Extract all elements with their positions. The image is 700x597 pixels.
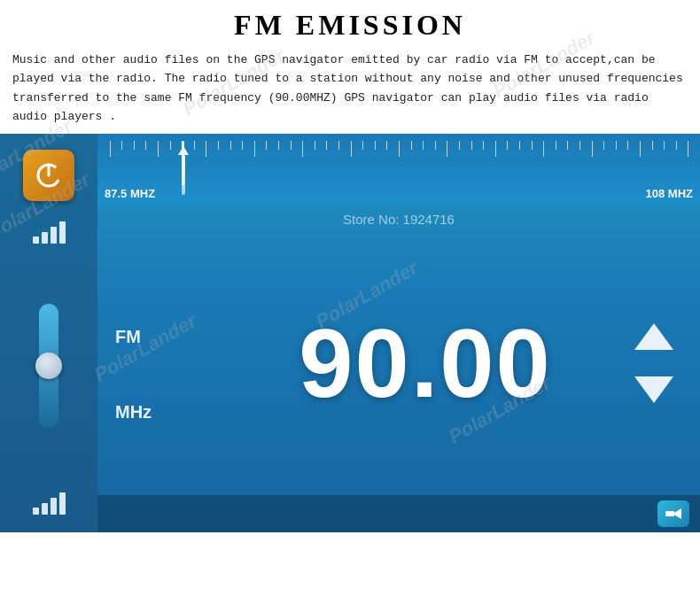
store-row: Store No: 1924716: [97, 205, 700, 231]
signal-bar-2: [42, 232, 48, 244]
back-button[interactable]: [657, 500, 689, 527]
signal-bar-b4: [59, 492, 66, 515]
power-icon: [33, 159, 65, 191]
arrows-container: [634, 323, 673, 403]
svg-rect-2: [665, 511, 674, 516]
signal-bar-4: [59, 221, 66, 244]
needle-body: [182, 155, 185, 195]
signal-bar-3: [51, 227, 57, 244]
signal-bars-top: [33, 217, 66, 244]
volume-container: [39, 260, 58, 472]
freq-label-high: 108 MHZ: [646, 187, 693, 200]
frequency-number: 90.00: [299, 314, 551, 412]
frequency-needle: [182, 141, 184, 185]
frequency-up-button[interactable]: [634, 323, 673, 350]
power-button[interactable]: [23, 150, 74, 201]
signal-bar-b1: [33, 508, 39, 515]
bottom-bar: [97, 495, 700, 532]
page-title: FM EMISSION: [12, 9, 688, 42]
needle-top: [178, 146, 189, 155]
description-text: Music and other audio files on the GPS n…: [12, 50, 688, 127]
radio-ui: 87.5 MHZ 108 MHZ Store No: 1924716 FM MH…: [0, 134, 700, 532]
left-sidebar: [0, 134, 97, 532]
freq-label-low: 87.5 MHZ: [105, 187, 155, 200]
main-area: 87.5 MHZ 108 MHZ Store No: 1924716 FM MH…: [97, 134, 700, 532]
top-section: FM EMISSION Music and other audio files …: [0, 0, 700, 134]
unit-label: MHz: [115, 402, 152, 423]
store-number: Store No: 1924716: [343, 212, 455, 227]
signal-bar-b3: [51, 498, 57, 515]
volume-thumb[interactable]: [35, 353, 62, 379]
frequency-down-button[interactable]: [634, 376, 673, 403]
signal-bar-b2: [42, 503, 48, 515]
signal-bars-bottom: [33, 488, 66, 515]
back-icon: [664, 506, 683, 522]
freq-scale: 87.5 MHZ 108 MHZ: [97, 134, 700, 205]
band-label: FM: [115, 326, 141, 346]
freq-display: FM MHz 90.00: [97, 231, 700, 495]
signal-bar-1: [33, 236, 39, 244]
tick: [110, 141, 111, 157]
volume-track[interactable]: [39, 304, 58, 428]
